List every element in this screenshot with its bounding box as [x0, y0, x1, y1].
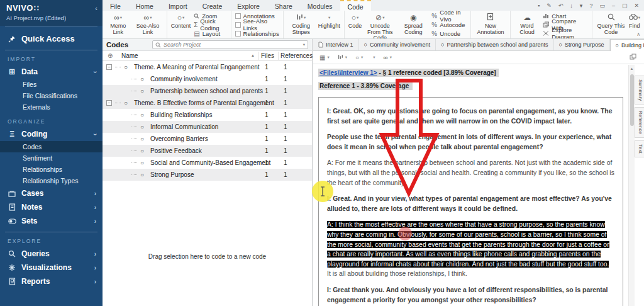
- coding-stripes-button[interactable]: ▾: [338, 54, 347, 62]
- chevron-right-icon[interactable]: ›: [94, 278, 96, 285]
- code-button[interactable]: ○▾ Code: [348, 11, 362, 38]
- content-button[interactable]: ○▾ Content: [171, 11, 191, 38]
- sidebar-item-relationships[interactable]: Relationships: [0, 164, 103, 175]
- layout-button[interactable]: ▤ Layout: [194, 30, 226, 37]
- table-row[interactable]: − ○ Theme. A Meaning of Parental Engange…: [103, 61, 312, 73]
- undo-icon[interactable]: ↶: [558, 3, 564, 9]
- selected-text[interactable]: A: I think the most effective are the on…: [327, 221, 609, 267]
- ribbon-collapse-icon[interactable]: ∧: [636, 31, 640, 37]
- code-in-vivo-button[interactable]: % Code In Vivo: [431, 13, 467, 20]
- sidebar-item-quick-access[interactable]: Quick Access: [0, 26, 103, 50]
- relationships-checkbox[interactable]: Relationships: [235, 30, 279, 37]
- doc-tab-strong-purpose[interactable]: ○ Strong Purpose: [554, 39, 610, 50]
- side-tab-reference[interactable]: Reference: [635, 107, 644, 138]
- doc-tab-interview-1[interactable]: Interview 1: [313, 39, 359, 50]
- table-row[interactable]: ○ Partnership between school and parents…: [103, 85, 312, 97]
- sidebar-item-notes[interactable]: Notes ›: [0, 200, 103, 214]
- table-row[interactable]: ○ Informal Communication 1 1: [103, 121, 312, 133]
- query-this-code-button[interactable]: Query This Code: [596, 11, 625, 38]
- doc-tab-community-involvement[interactable]: ○ Community involvement: [359, 39, 436, 50]
- see-also-link-button[interactable]: ∞▾ See-Also Link: [133, 11, 162, 38]
- spread-coding-button[interactable]: ◉ Spread Coding: [398, 11, 428, 38]
- see-also-links-checkbox[interactable]: See-Also Links: [235, 21, 279, 28]
- sidebar-item-data[interactable]: ⊞ Data ›: [0, 65, 103, 79]
- checkbox-icon[interactable]: [235, 31, 241, 37]
- document-content[interactable]: <Files\\Interview 1> - § 1 reference cod…: [313, 65, 628, 306]
- sidebar-collapse-icon[interactable]: ‹: [95, 4, 97, 12]
- chevron-right-icon[interactable]: ›: [94, 264, 96, 271]
- comment-icon[interactable]: ▭: [599, 3, 605, 9]
- quick-coding-button[interactable]: Σ Quick Coding: [194, 21, 226, 28]
- explore-diagram-button[interactable]: Explore Diagram: [543, 30, 588, 37]
- table-row[interactable]: ○ Positive Feedback 1 1: [103, 145, 312, 157]
- popout-icon[interactable]: [630, 54, 636, 61]
- sidebar-item-codes[interactable]: Codes: [0, 141, 103, 152]
- sidebar-item-file-classifications[interactable]: File Classifications: [0, 90, 103, 101]
- checkbox-icon[interactable]: [235, 22, 241, 28]
- search-box[interactable]: ▾: [152, 40, 308, 49]
- sidebar-item-cases[interactable]: Cases ›: [0, 186, 103, 200]
- new-annotation-button[interactable]: New Annotation: [475, 11, 506, 38]
- chevron-right-icon[interactable]: ›: [94, 218, 96, 225]
- column-header-name[interactable]: Name: [121, 52, 138, 59]
- chevron-down-icon[interactable]: ›: [92, 133, 99, 135]
- table-row[interactable]: ○ Strong Purpose 1 1: [103, 169, 312, 181]
- tab-code[interactable]: Code: [340, 0, 371, 11]
- tab-explore[interactable]: Explore: [230, 0, 267, 11]
- search-input[interactable]: [164, 42, 301, 48]
- column-header-files[interactable]: Files: [261, 52, 274, 59]
- table-row[interactable]: ○ Overcoming Barriers 1 1: [103, 133, 312, 145]
- annotations-view-button[interactable]: ▦▾: [319, 54, 330, 61]
- scrollbar-thumb[interactable]: [630, 74, 634, 126]
- sidebar-item-sentiment[interactable]: Sentiment: [0, 152, 103, 164]
- uncode-button[interactable]: % Uncode: [431, 30, 467, 37]
- table-row[interactable]: ○ Building Relationships 1 1: [103, 109, 312, 121]
- table-row[interactable]: ○ Community involvement 1 1: [103, 73, 312, 85]
- restore-button[interactable]: ▢: [622, 3, 628, 9]
- tab-share[interactable]: Share: [267, 0, 300, 11]
- see-also-link-button[interactable]: ∞▾: [384, 54, 392, 61]
- collapse-expander-icon[interactable]: −: [106, 100, 112, 106]
- table-row[interactable]: ○ Social and Community-Based Engagement …: [103, 157, 312, 169]
- highlight-button[interactable]: ▾: [371, 55, 375, 60]
- column-header-references[interactable]: References: [280, 52, 313, 59]
- table-row[interactable]: − ○ Theme. B Effective forms of Parental…: [103, 97, 312, 109]
- sidebar-item-relationship-types[interactable]: Relationship Types: [0, 175, 103, 186]
- doc-tab-partnership[interactable]: ○ Partnership between school and parents: [436, 39, 554, 50]
- download-icon[interactable]: ↓: [570, 3, 573, 9]
- file-link[interactable]: <Files\\Interview 1>: [319, 69, 377, 76]
- side-tab-summary[interactable]: Summary: [635, 76, 644, 105]
- dropdown-caret-icon[interactable]: ▾: [580, 3, 583, 9]
- sort-ascending-icon[interactable]: ▲: [251, 54, 255, 57]
- sidebar-item-coding[interactable]: Ξ Coding ›: [0, 127, 103, 141]
- highlight-button[interactable]: ▾ Highlight: [318, 11, 340, 38]
- word-cloud-button[interactable]: ☁ Word Cloud: [514, 11, 540, 38]
- close-button[interactable]: ✕: [634, 3, 639, 9]
- sidebar-item-files[interactable]: Files: [0, 79, 103, 90]
- side-tab-text[interactable]: Text: [635, 140, 644, 157]
- chevron-right-icon[interactable]: ›: [94, 204, 96, 211]
- tab-home[interactable]: Home: [128, 0, 161, 11]
- code-button[interactable]: ○▾: [355, 54, 363, 61]
- tab-create[interactable]: Create: [195, 0, 230, 11]
- memo-link-button[interactable]: ∞▾ Memo Link: [106, 11, 130, 38]
- interview-text-box[interactable]: I: Great. OK, so my questions are going …: [318, 97, 623, 306]
- tab-file[interactable]: File: [103, 0, 128, 11]
- tab-modules[interactable]: Modules: [300, 0, 340, 11]
- autocode-button[interactable]: % Autocode: [431, 21, 467, 28]
- save-icon[interactable]: ▪: [538, 3, 540, 9]
- sidebar-item-reports[interactable]: Reports ›: [0, 275, 103, 288]
- add-code-icon[interactable]: ⊕: [108, 52, 113, 59]
- sidebar-item-visualizations[interactable]: Visualizations ›: [0, 261, 103, 275]
- chevron-right-icon[interactable]: ›: [94, 251, 96, 258]
- edit-icon[interactable]: ✎: [547, 3, 552, 9]
- sidebar-item-queries[interactable]: Queries ›: [0, 247, 103, 261]
- sidebar-item-sets[interactable]: Sets ›: [0, 214, 103, 228]
- vertical-scrollbar[interactable]: ▲: [628, 65, 635, 306]
- coding-stripes-button[interactable]: ▾ Coding Stripes: [287, 11, 315, 38]
- chevron-right-icon[interactable]: ›: [94, 190, 96, 197]
- tab-import[interactable]: Import: [161, 0, 195, 11]
- chevron-down-icon[interactable]: ›: [92, 71, 99, 72]
- minimize-button[interactable]: –: [612, 3, 615, 9]
- collapse-expander-icon[interactable]: −: [106, 64, 112, 70]
